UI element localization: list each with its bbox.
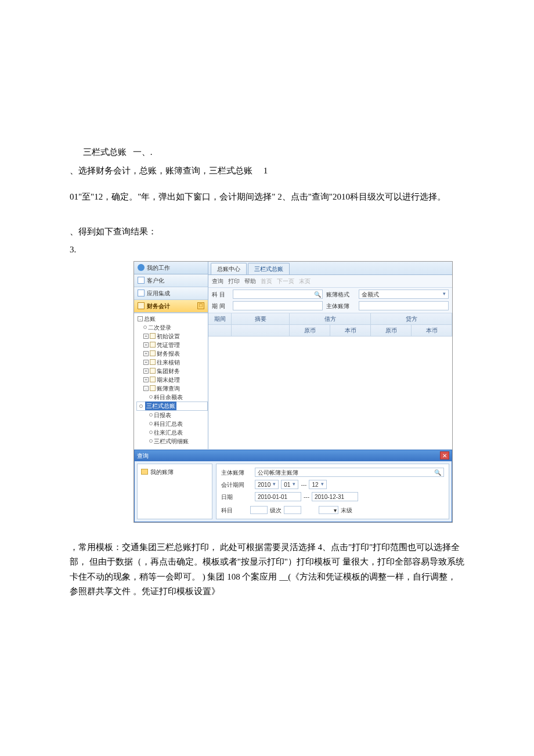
tree-item[interactable]: +集团财务 — [136, 367, 208, 375]
plus-icon[interactable]: + — [143, 360, 149, 365]
para-title: 三栏式总账 一、. — [70, 145, 464, 160]
collapse-icon[interactable]: □ — [197, 302, 204, 309]
query-dialog: 查询 ✕ 我的账簿 主体账簿 公司帐簿主账簿 🔍 会计期间 2010▾ 01▾ — [134, 450, 452, 522]
bookset-input[interactable] — [359, 301, 449, 310]
period-input[interactable] — [233, 301, 323, 310]
folder-icon — [141, 469, 148, 475]
node-icon — [149, 422, 153, 425]
tree-item[interactable]: +财务报表 — [136, 349, 208, 358]
tab-bar: 总账中心 三栏式总账 — [208, 262, 452, 275]
tree-sub-item[interactable]: 科目汇总表 — [136, 419, 208, 428]
subject-mini-input[interactable] — [250, 506, 268, 514]
doc-icon — [150, 368, 156, 374]
tree-sub-item[interactable]: 日报表 — [136, 411, 208, 419]
nav-item-customer[interactable]: 客户化 — [134, 274, 208, 287]
format-value: 金额式 — [362, 290, 379, 299]
bookset-field[interactable]: 公司帐簿主账簿 🔍 — [255, 468, 444, 477]
toolbar-next: 下一页 — [277, 276, 294, 286]
toolbar-first: 首页 — [261, 276, 272, 286]
node-icon — [149, 439, 153, 443]
bookset-label: 主体账簿 — [221, 468, 250, 478]
date-to-input[interactable]: 2010-12-31 — [312, 492, 358, 501]
tab-ledger-center[interactable]: 总账中心 — [211, 263, 247, 274]
level-mini-input[interactable] — [284, 506, 301, 514]
plus-icon[interactable]: + — [143, 368, 149, 374]
col-debit-orig: 原币 — [290, 325, 330, 337]
step1-num: 1 — [264, 166, 268, 175]
nav-tree: - 总账 二次登录 +初始设置 +凭证管理 +财务报表 +往来核销 +集团财务 … — [134, 313, 208, 449]
doc-icon — [150, 342, 156, 348]
tree-sub-item[interactable]: 三栏式明细账 — [136, 437, 208, 446]
title-num: 一、. — [133, 147, 153, 157]
tree-sub-item[interactable]: 往来汇总表 — [136, 428, 208, 437]
doc-icon — [150, 333, 156, 339]
col-debit-local: 本币 — [330, 325, 371, 337]
nav-item-integration[interactable]: 应用集成 — [134, 287, 208, 300]
date-from-input[interactable]: 2010-01-01 — [255, 492, 301, 501]
month-from-select[interactable]: 01▾ — [281, 480, 298, 489]
folder-icon — [138, 302, 145, 309]
plus-icon[interactable]: + — [143, 342, 149, 348]
node-icon — [143, 325, 147, 329]
tab-three-column[interactable]: 三栏式总账 — [248, 263, 290, 274]
folder-my-bookset[interactable]: 我的账簿 — [140, 466, 210, 478]
chevron-down-icon: ▾ — [293, 480, 295, 489]
chevron-down-icon: ▾ — [443, 290, 446, 298]
app-screenshot: 我的工作 客户化 应用集成 财务会计 □ - 总账 二次登录 — [134, 261, 453, 523]
tree-item[interactable]: +往来核销 — [136, 358, 208, 367]
para-step1: 、选择财务会计，总账，账簿查询，三栏式总账 1 — [70, 164, 464, 179]
year-select[interactable]: 2010▾ — [255, 480, 279, 489]
subject-level-row: 科目 级次 ▾ 末级 — [221, 504, 444, 515]
folder-label: 我的账簿 — [150, 467, 174, 477]
bookset-value: 公司帐簿主账簿 — [258, 468, 298, 478]
doc-icon — [150, 385, 156, 391]
globe-icon — [138, 264, 145, 271]
para-step4: ，常用模板：交通集团三栏总账打印， 此处可根据需要灵活选择 4、点击"打印"打印… — [70, 540, 464, 599]
search-icon[interactable]: 🔍 — [434, 468, 441, 478]
tree-sub-item[interactable]: 科目余额表 — [136, 393, 208, 401]
toolbar-print[interactable]: 打印 — [228, 276, 240, 286]
tree-item[interactable]: 二次登录 — [136, 323, 208, 332]
subject-label: 科 目 — [212, 290, 229, 299]
grid-header-1: 期间 摘要 借方 贷方 — [208, 313, 452, 325]
folder-icon — [138, 290, 145, 296]
month-to-select[interactable]: 12▾ — [309, 480, 326, 489]
chevron-down-icon: ▾ — [334, 505, 337, 515]
range-sep: --- — [304, 492, 309, 502]
leaf-combo[interactable]: ▾ — [319, 506, 338, 514]
plus-icon[interactable]: + — [143, 334, 149, 339]
chevron-down-icon: ▾ — [321, 480, 324, 489]
period-row: 2010▾ 01▾ --- 12▾ — [255, 480, 444, 490]
date-row: 2010-01-01 --- 2010-12-31 — [255, 492, 444, 502]
para-step2: 01"至"12，确定。"年，弹出如下窗口，会计期间选择" 2、点击"查询"201… — [70, 190, 464, 205]
tree-item[interactable]: -账簿查询 — [136, 384, 208, 393]
tree-item[interactable]: +期末处理 — [136, 375, 208, 384]
nav-header-label: 我的工作 — [147, 263, 170, 273]
format-combo[interactable]: 金额式 ▾ — [359, 290, 449, 299]
tree-item[interactable]: +初始设置 — [136, 332, 208, 341]
tree-item[interactable]: +凭证管理 — [136, 341, 208, 349]
node-icon — [139, 404, 143, 408]
step1-text: 、选择财务会计，总账，账簿查询，三栏式总账 — [70, 166, 252, 175]
nav-header: 我的工作 — [134, 262, 208, 274]
search-icon[interactable]: 🔍 — [314, 290, 321, 299]
subject-input[interactable]: 🔍 — [233, 290, 323, 299]
dialog-tree: 我的账簿 — [137, 464, 212, 519]
tree-root[interactable]: - 总账 — [136, 314, 208, 323]
title-text: 三栏式总账 — [83, 147, 127, 157]
dialog-titlebar: 查询 ✕ — [135, 450, 452, 461]
node-icon — [149, 413, 153, 417]
tree-sub-item-selected[interactable]: 三栏式总账 — [136, 401, 208, 411]
nav-item-accounting[interactable]: 财务会计 □ — [134, 300, 208, 313]
minus-icon[interactable]: - — [138, 316, 143, 321]
minus-icon[interactable]: - — [143, 386, 149, 391]
level-label: 级次 — [270, 505, 282, 515]
plus-icon[interactable]: + — [143, 351, 149, 356]
date-label: 日期 — [221, 492, 250, 502]
para-step3b: 3. — [70, 243, 464, 258]
toolbar-query[interactable]: 查询 — [212, 276, 223, 286]
toolbar-help[interactable]: 帮助 — [244, 276, 256, 286]
plus-icon[interactable]: + — [143, 377, 149, 382]
close-icon[interactable]: ✕ — [440, 451, 449, 460]
col-debit: 借方 — [290, 313, 371, 325]
